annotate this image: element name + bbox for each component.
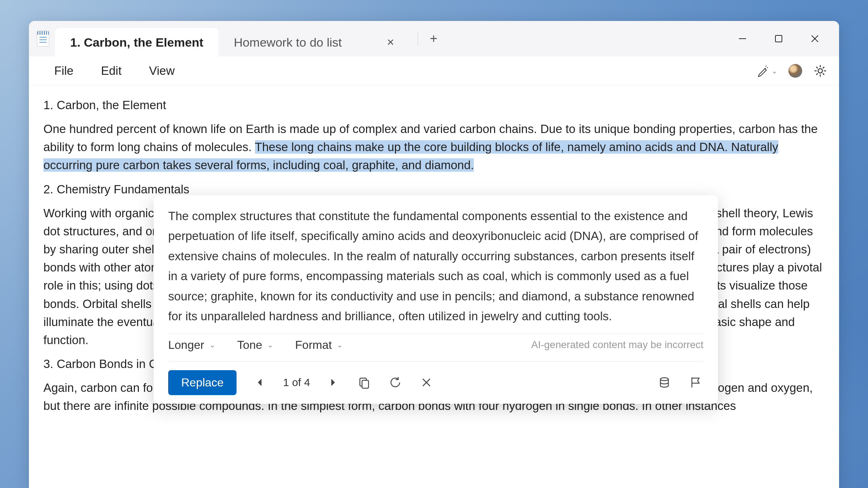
tab-label: Homework to do list (234, 35, 342, 50)
chevron-down-icon: ⌄ (771, 67, 778, 75)
window-controls (733, 21, 839, 56)
ai-actions-right (656, 374, 703, 390)
tab-active[interactable]: 1. Carbon, the Element (55, 28, 218, 56)
ai-options-row: Longer ⌄ Tone ⌄ Format ⌄ AI-generated co… (154, 334, 718, 361)
option-longer[interactable]: Longer ⌄ (168, 338, 216, 352)
ai-rewrite-button[interactable]: ⌄ (756, 64, 778, 77)
tab-separator (418, 31, 418, 46)
notepad-icon (37, 31, 49, 47)
close-popup-button[interactable] (418, 374, 434, 390)
paragraph-1: One hundred percent of known life on Ear… (43, 120, 825, 174)
tab-label: 1. Carbon, the Element (70, 35, 203, 50)
svg-point-9 (660, 378, 668, 381)
pager-text: 1 of 4 (283, 376, 310, 389)
ai-actions-row: Replace 1 of 4 (154, 361, 718, 404)
regenerate-button[interactable] (387, 374, 403, 390)
copy-button[interactable] (356, 374, 372, 390)
svg-rect-6 (362, 380, 369, 388)
menubar: File Edit View ⌄ (29, 56, 839, 85)
app-icon (29, 21, 49, 56)
tab-inactive[interactable]: Homework to do list ✕ (218, 28, 411, 56)
close-button[interactable] (806, 30, 824, 48)
option-tone[interactable]: Tone ⌄ (237, 338, 273, 352)
previous-button[interactable] (252, 374, 268, 390)
maximize-button[interactable] (770, 30, 788, 48)
chevron-down-icon: ⌄ (267, 341, 273, 349)
new-tab-button[interactable]: + (425, 30, 443, 48)
menubar-right: ⌄ (756, 64, 827, 78)
avatar[interactable] (788, 64, 802, 78)
ai-suggestion-text: The complex structures that constitute t… (154, 195, 718, 334)
menu-file[interactable]: File (41, 60, 87, 82)
database-icon[interactable] (656, 374, 672, 390)
menu-view[interactable]: View (135, 60, 188, 82)
settings-button[interactable] (813, 64, 827, 78)
minimize-button[interactable] (733, 30, 752, 48)
menu-edit[interactable]: Edit (87, 60, 135, 82)
option-format[interactable]: Format ⌄ (295, 338, 343, 352)
ai-rewrite-popup: The complex structures that constitute t… (154, 195, 718, 404)
svg-point-4 (818, 69, 822, 73)
titlebar: 1. Carbon, the Element Homework to do li… (29, 21, 839, 56)
replace-button[interactable]: Replace (168, 370, 237, 395)
close-tab-icon[interactable]: ✕ (385, 37, 396, 48)
chevron-down-icon: ⌄ (337, 341, 343, 349)
svg-rect-1 (775, 35, 782, 42)
ai-disclaimer: AI-generated content may be incorrect (531, 339, 703, 351)
chevron-down-icon: ⌄ (209, 341, 216, 349)
flag-icon[interactable] (688, 374, 703, 390)
heading-1: 1. Carbon, the Element (43, 96, 825, 114)
next-button[interactable] (325, 374, 341, 390)
tab-strip: 1. Carbon, the Element Homework to do li… (49, 21, 733, 56)
